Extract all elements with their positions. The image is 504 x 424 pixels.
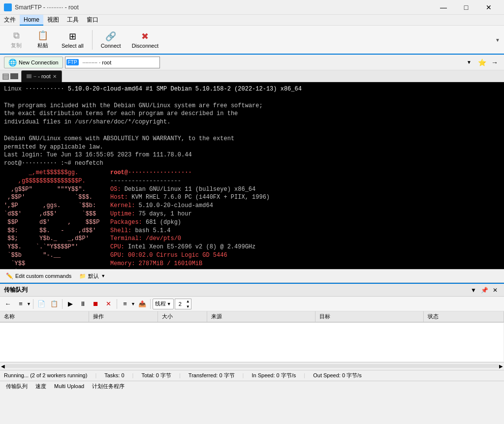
ribbon-copy-button[interactable]: ⧉ 复制 [4, 28, 29, 52]
outspeed-label: Out Speed: 0 字节/s [313, 372, 361, 379]
queue-menu1-group: ≡ ▼ [15, 298, 31, 310]
thread-dropdown-arrow: ▼ [167, 302, 171, 306]
edit-icon: ✏️ [6, 273, 13, 279]
app-title: SmartFTP - ·········· - root [15, 4, 79, 11]
queue-menu2-btn[interactable]: ≡ [119, 298, 131, 310]
ribbon-expand[interactable]: ▼ [495, 36, 500, 43]
horizontal-scrollbar[interactable]: ◀ ▶ [0, 362, 504, 370]
ribbon-selectall-button[interactable]: ⊞ Select all [57, 29, 88, 51]
col-header-name: 名称 [0, 311, 89, 322]
thread-count-down[interactable]: ▼ [185, 304, 191, 309]
term-line-0: Linux ··········· 5.10.0-20-cloud-amd64 … [4, 85, 500, 93]
col-header-dest: 目标 [315, 311, 423, 322]
menu-home[interactable]: Home [20, 15, 43, 26]
minimize-button[interactable]: — [432, 0, 455, 15]
term-line-3: individual files in /usr/share/doc/*/cop… [4, 118, 500, 126]
queue-stop-btn[interactable]: ⏹ [90, 298, 102, 310]
thread-count-up[interactable]: ▲ [185, 299, 191, 304]
queue-sep-3 [117, 299, 117, 309]
tasks-label-text: Tasks: [104, 372, 120, 378]
connection-bar: 🌐 New Connection FTP ▼ ⭐ → [0, 55, 504, 70]
queue-export-btn[interactable]: 📤 [136, 298, 148, 310]
tab-close-btn[interactable]: ✕ [53, 74, 57, 79]
queue-menu1-arrow[interactable]: ▼ [27, 302, 31, 306]
tab-menu-btn[interactable]: ▤ [2, 71, 9, 81]
queue-paste-btn[interactable]: 📋 [48, 298, 60, 310]
col-header-source: 来源 [207, 311, 315, 322]
bottom-tab-queue[interactable]: 传输队列 [4, 382, 30, 391]
ribbon-expand-icon: ▼ [495, 37, 500, 43]
col-header-size: 大小 [158, 311, 207, 322]
conn-nav-btn[interactable]: → [489, 57, 500, 68]
disconnect-icon: ✖ [141, 31, 149, 42]
connect-icon: 🔗 [105, 31, 116, 42]
transferred-label: Transferred: 0 字节 [189, 372, 235, 379]
ribbon-copy-label: 复制 [11, 42, 22, 49]
ribbon-sep-1 [92, 30, 93, 50]
queue-play-btn[interactable]: ▶ [64, 298, 76, 310]
scroll-track[interactable] [5, 364, 499, 368]
queue-pause-btn[interactable]: ⏸ [77, 298, 89, 310]
menu-file[interactable]: 文件 [0, 15, 20, 26]
ribbon-connect-button[interactable]: 🔗 Connect [96, 29, 126, 51]
queue-menu2-arrow[interactable]: ▼ [131, 302, 135, 306]
menu-window[interactable]: 窗口 [83, 15, 102, 26]
menu-view[interactable]: 视图 [43, 15, 63, 26]
queue-pin-btn[interactable]: 📌 [479, 285, 489, 295]
ribbon-paste-button[interactable]: 📋 粘贴 [31, 28, 55, 52]
scroll-left-btn[interactable]: ◀ [1, 363, 5, 369]
queue-close-btn[interactable]: ✕ [490, 285, 500, 295]
queue-title: 传输队列 [4, 286, 28, 294]
address-bar-container: FTP [65, 57, 160, 68]
status-sep-1: | [95, 372, 96, 378]
new-conn-icon: 🌐 [8, 59, 17, 66]
protocol-icon: FTP [66, 59, 79, 65]
conn-dropdown-btn[interactable]: ▼ [464, 57, 474, 68]
new-connection-button[interactable]: 🌐 New Connection [4, 57, 63, 68]
thread-count-arrows[interactable]: ▲ ▼ [185, 299, 191, 309]
bottom-tab-scheduler[interactable]: 计划任务程序 [90, 382, 126, 391]
menu-tools[interactable]: 工具 [63, 15, 83, 26]
bottom-tab-speed[interactable]: 速度 [33, 382, 48, 391]
queue-table: 名称 操作 大小 来源 目标 状态 [0, 311, 504, 362]
queue-collapse-btn[interactable]: ▼ [469, 285, 478, 295]
neofetch-output: _,met$$$$$$gg. ,g$$$$$$$$$$$$$$$P. ,g$$P… [4, 169, 500, 269]
queue-thread-dropdown[interactable]: 线程 ▼ [153, 299, 174, 309]
conn-star-btn[interactable]: ⭐ [476, 57, 487, 68]
default-btn[interactable]: 📁 默认 ▼ [77, 272, 107, 281]
edit-commands-btn[interactable]: ✏️ Edit custom commands [4, 272, 73, 280]
bottom-tab-multiupload[interactable]: Multi Upload [52, 382, 86, 390]
queue-section-header: 传输队列 ▼ 📌 ✕ [0, 283, 504, 297]
maximize-button[interactable]: □ [455, 0, 477, 15]
terminal[interactable]: Linux ··········· 5.10.0-20-cloud-amd64 … [0, 82, 504, 269]
queue-menu2-group: ≡ ▼ [119, 298, 135, 310]
status-bar: Running... (2 of 2 workers running) | Ta… [0, 370, 504, 381]
ribbon: ⧉ 复制 📋 粘贴 ⊞ Select all 🔗 Connect ✖ Disco… [0, 26, 504, 55]
scroll-right-btn[interactable]: ▶ [499, 363, 503, 369]
default-label: 默认 [88, 273, 99, 280]
tab-controls: ▤ [2, 71, 18, 81]
term-line-5: permitted by applicable law. [4, 143, 500, 151]
queue-back-btn[interactable]: ← [2, 298, 14, 310]
tasks-value: 0 [121, 372, 124, 378]
term-line-1: The programs included with the Debian GN… [4, 102, 500, 110]
thread-count-value: 2 [175, 301, 185, 307]
tab-icon-btn[interactable] [10, 73, 18, 79]
ribbon-paste-label: 粘贴 [37, 42, 48, 49]
tab-conn-icon [27, 74, 32, 78]
tab-label: ·· - root [33, 73, 51, 79]
folder-icon: 📁 [79, 273, 86, 279]
term-line-7: root@·········· :~# neofetch [4, 159, 500, 168]
address-input[interactable] [80, 58, 158, 67]
conn-bar-actions: ▼ ⭐ → [464, 57, 500, 68]
close-button[interactable]: ✕ [477, 0, 500, 15]
queue-cancel-btn[interactable]: ✕ [103, 298, 115, 310]
ribbon-disconnect-label: Disconnect [132, 43, 158, 49]
queue-table-container[interactable]: 名称 操作 大小 来源 目标 状态 [0, 311, 504, 362]
queue-menu1-btn[interactable]: ≡ [15, 298, 27, 310]
terminal-tab[interactable]: ·· - root ✕ [21, 70, 62, 82]
queue-copy-btn[interactable]: 📄 [35, 298, 47, 310]
col-header-status: 状态 [423, 311, 504, 322]
queue-sep-2 [62, 299, 63, 309]
ribbon-disconnect-button[interactable]: ✖ Disconnect [127, 29, 163, 51]
